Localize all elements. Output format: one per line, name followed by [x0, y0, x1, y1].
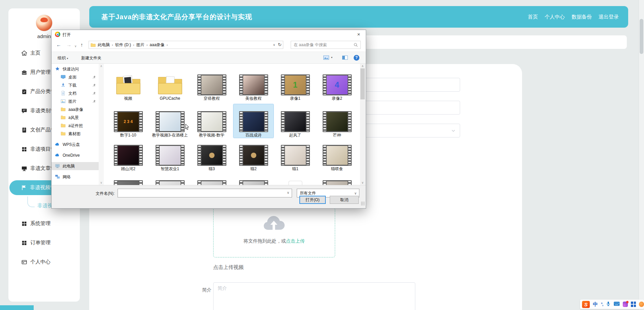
back-icon[interactable]: ← [56, 42, 61, 48]
film-thumbnail [323, 111, 352, 132]
scroll-down-icon[interactable]: ∨ [99, 181, 104, 184]
nav-link-home[interactable]: 首页 [528, 14, 538, 20]
file-item-教学视频3-在酒楼上[interactable]: 教学视频3-在酒楼上 [150, 104, 190, 138]
file-item-录像2[interactable]: 4录像2 [317, 66, 357, 104]
file-item-partial[interactable] [275, 172, 315, 185]
ime-language-toggle[interactable]: 中 [593, 301, 598, 308]
file-item-partial[interactable] [108, 172, 148, 185]
search-input[interactable]: 在 aaa录像 中搜索 [291, 41, 361, 49]
film-thumbnail [239, 111, 268, 132]
nav-link-logout[interactable]: 退出登录 [599, 14, 619, 20]
breadcrumb-segment[interactable]: 图片 [136, 42, 144, 48]
file-item-踏山河2[interactable]: 踏山河2 [108, 138, 148, 172]
microphone-icon[interactable] [606, 301, 611, 308]
nav-item-a风景[interactable]: a风景 [52, 114, 99, 122]
file-item-百战成诗[interactable]: 百战成诗 [233, 104, 273, 138]
nav-item-此电脑[interactable]: 此电脑 [52, 162, 99, 170]
grid-scrollbar[interactable]: ∧ ∨ [360, 64, 365, 185]
file-item-视频[interactable]: 视频 [108, 66, 148, 104]
page-scrollbar[interactable] [639, 0, 644, 310]
sidebar-item-系统管理[interactable]: 系统管理 [8, 214, 80, 233]
ime-toolbox-icon[interactable] [631, 302, 636, 307]
scroll-up-icon[interactable]: ∧ [99, 64, 104, 68]
sogou-icon[interactable]: S [582, 301, 590, 308]
file-item-partial[interactable] [317, 172, 357, 185]
file-item-美妆教程[interactable]: 美妆教程 [233, 66, 273, 104]
filename-input[interactable]: ∨ [118, 189, 292, 197]
file-item-猫1[interactable]: 猫1 [275, 138, 315, 172]
address-caret-icon[interactable]: ∨ [273, 43, 276, 46]
file-name: GPUCache [160, 96, 180, 101]
nav-item-下载[interactable]: 下载 [52, 81, 99, 89]
page-scrollbar-thumb[interactable] [640, 19, 643, 54]
nav-item-OneDrive[interactable]: OneDrive [52, 151, 99, 159]
upload-click-link[interactable]: 点击上传 [286, 238, 305, 244]
file-item-partial[interactable] [233, 172, 273, 185]
breadcrumb-segment[interactable]: 此电脑 [98, 42, 110, 48]
sidebar-item-个人中心[interactable]: 个人中心 [8, 252, 80, 272]
view-menu-arrow-icon[interactable]: ▾ [331, 56, 332, 59]
ime-skin-icon[interactable] [623, 302, 628, 307]
file-item-录像1[interactable]: 1录像1 [275, 66, 315, 104]
scroll-down-icon[interactable]: ∨ [360, 181, 365, 184]
keyboard-icon[interactable] [614, 301, 620, 307]
star-icon [55, 66, 60, 72]
help-icon[interactable]: ? [354, 55, 359, 61]
nav-item-WPS云盘[interactable]: WPS云盘 [52, 141, 99, 149]
file-item-智慧农业1[interactable]: 智慧农业1 [150, 138, 190, 172]
punctuation-icon[interactable]: °, [601, 302, 603, 307]
file-item-数字1-10[interactable]: 2 3 4数字1-10 [108, 104, 148, 138]
file-item-猫2[interactable]: 猫2 [233, 138, 273, 172]
intro-textarea[interactable] [213, 282, 415, 310]
open-button[interactable]: 打开(O) [299, 196, 326, 204]
file-item-穿搭教程[interactable]: 穿搭教程 [192, 66, 232, 104]
nav-link-profile[interactable]: 个人中心 [545, 14, 565, 20]
file-name: 猫3 [208, 166, 215, 172]
file-item-partial[interactable] [192, 172, 232, 185]
file-item-GPUCache[interactable]: GPUCache [150, 66, 190, 104]
file-item-芒种[interactable]: 芒种 [317, 104, 357, 138]
history-caret-icon[interactable]: ∨ [74, 43, 77, 49]
nav-item-aaa录像[interactable]: aaa录像 [52, 105, 99, 114]
nav-item-网络[interactable]: 网络 [52, 173, 99, 181]
sidebar-item-订单管理[interactable]: 订单管理 [8, 233, 80, 252]
nav-item-素材图[interactable]: 素材图 [52, 130, 99, 138]
cancel-button[interactable]: 取消 [330, 196, 359, 204]
upload-dropzone[interactable]: 将文件拖到此处，或点击上传 [213, 208, 335, 257]
organize-button[interactable]: 组织 ▾ [58, 55, 68, 61]
file-item-教学视频-数学[interactable]: 教学视频-数学 [192, 104, 232, 138]
menu-arrow-icon: ▾ [67, 57, 68, 60]
file-name: 起风了 [289, 133, 301, 138]
close-icon[interactable]: × [352, 30, 366, 39]
emoji-icon[interactable] [639, 302, 644, 307]
nav-item-桌面[interactable]: 桌面 [52, 73, 99, 81]
upload-cloud-icon [214, 215, 335, 234]
avatar[interactable] [36, 14, 53, 31]
dialog-titlebar[interactable]: 打开 × [52, 30, 366, 39]
new-folder-button[interactable]: 新建文件夹 [81, 55, 101, 61]
nav-item-图片[interactable]: 图片 [52, 97, 99, 105]
nav-item-a证件照[interactable]: a证件照 [52, 122, 99, 130]
breadcrumb-segment[interactable]: 软件 (D:) [115, 42, 131, 48]
file-item-猫3[interactable]: 猫3 [192, 138, 232, 172]
view-thumbnails-icon[interactable] [323, 55, 329, 61]
pane-scrollbar[interactable]: ∧ ∨ [99, 64, 104, 185]
file-name: 智慧农业1 [161, 166, 179, 172]
up-icon[interactable]: ↑ [80, 42, 83, 48]
screen: 基于Java的非遗文化产品分享平台的设计与实现 首页个人中心数据备份退出登录 a… [0, 0, 644, 310]
comment-icon [21, 108, 27, 114]
film-thumbnail [156, 111, 185, 132]
file-item-partial[interactable] [150, 172, 190, 185]
preview-pane-icon[interactable] [342, 55, 348, 61]
resize-grip[interactable] [361, 202, 365, 206]
combo-caret-icon[interactable]: ∨ [287, 191, 289, 194]
breadcrumb-segment[interactable]: aaa录像 [150, 42, 164, 48]
file-item-起风了[interactable]: 起风了 [275, 104, 315, 138]
scroll-up-icon[interactable]: ∧ [360, 64, 365, 68]
nav-item-文档[interactable]: 文档 [52, 89, 99, 97]
nav-link-backup[interactable]: 数据备份 [572, 14, 592, 20]
grid-scrollbar-thumb[interactable] [360, 68, 365, 99]
refresh-icon[interactable]: ↻ [278, 42, 282, 47]
file-item-猫喂食[interactable]: 猫喂食 [317, 138, 357, 172]
nav-item-快速访问[interactable]: 快速访问 [52, 65, 99, 73]
